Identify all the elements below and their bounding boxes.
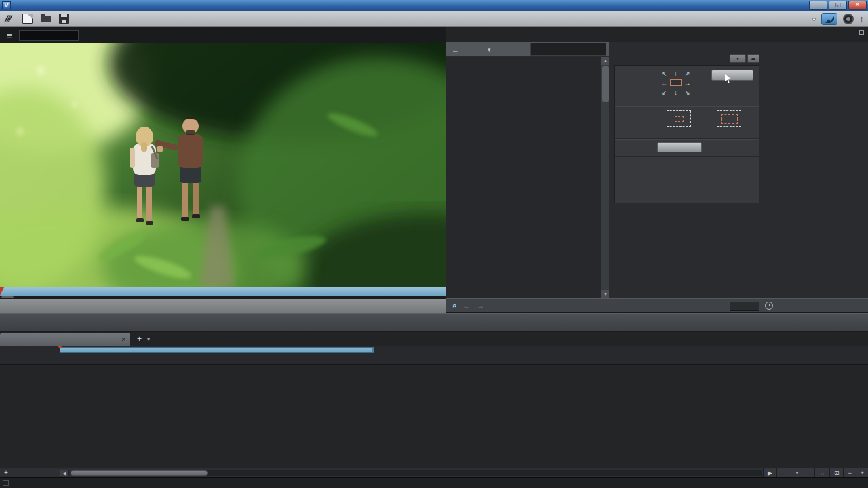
project-tab-chevron-icon[interactable]: ▾ [147, 336, 150, 342]
effects-tile-grid [446, 57, 601, 298]
arrow-down-icon[interactable]: ↓ [674, 89, 677, 96]
time-range-section [615, 157, 759, 203]
dock-icon[interactable] [859, 30, 864, 35]
hscroll-handle[interactable] [71, 470, 208, 476]
statusbar [0, 477, 868, 488]
edit-button[interactable] [711, 70, 753, 81]
transport-bar [0, 299, 446, 313]
direction-center-frame[interactable] [670, 79, 682, 86]
share-icon[interactable] [821, 13, 837, 25]
menubar: /// ↑ [0, 11, 868, 27]
status-dot-icon [812, 18, 816, 21]
project-tab[interactable]: ✕ [0, 333, 130, 346]
effects-scrollbar[interactable]: ▲ ▼ [601, 57, 609, 298]
preview-header: ≡ [0, 27, 445, 43]
back-icon[interactable]: ← [452, 45, 459, 54]
open-project-icon[interactable] [41, 16, 51, 22]
duration-field[interactable] [730, 302, 760, 311]
scrubber-start-marker-icon [0, 287, 4, 296]
panel-body: ↖ ↑ ↗ ← → ↙ ↓ ↘ [614, 65, 760, 203]
timeline-hscroll-bar: + ◀ ▶ ▾ ↔ ⊡ − + [0, 468, 868, 477]
effect-parameters-panel: ▾ ◂▸ ↖ ↑ ↗ ← → ↙ ↓ ↘ [609, 42, 868, 298]
zoom-in-icon[interactable]: + [856, 468, 868, 478]
time-range-label [615, 157, 654, 203]
history-back-icon[interactable]: ← [462, 302, 470, 310]
scrollbar-handle[interactable] [602, 66, 609, 102]
project-tab-close-icon[interactable]: ✕ [121, 336, 126, 343]
clock-icon [765, 302, 773, 310]
media-pool-tabs [446, 27, 868, 42]
zoom-level-select[interactable]: ▾ [776, 468, 814, 478]
maximize-button[interactable]: ◱ [829, 1, 847, 10]
zoom-out-icon[interactable]: − [843, 468, 855, 478]
crop-label [615, 139, 654, 156]
zoom-label [615, 106, 654, 138]
effects-search-input[interactable] [530, 43, 606, 56]
new-project-icon[interactable] [22, 14, 33, 24]
close-button[interactable]: ✕ [848, 1, 867, 10]
collapse-up-icon[interactable]: « [451, 304, 459, 308]
zoom-from-icon[interactable] [667, 110, 691, 127]
film-size-button[interactable] [657, 142, 702, 152]
zoom-section [615, 106, 759, 139]
scroll-left-icon[interactable]: ◀ [60, 470, 69, 476]
zoom-fit-icon[interactable]: ↔ [814, 468, 829, 478]
arrow-left-icon[interactable]: ← [661, 79, 668, 87]
preview-scrubber[interactable] [0, 287, 446, 296]
arrow-up-right-icon[interactable]: ↗ [684, 70, 690, 77]
video-canvas[interactable] [0, 43, 446, 287]
crop-section [615, 139, 759, 157]
zoom-chevron-icon: ▾ [796, 470, 799, 476]
minimize-button[interactable]: ─ [809, 1, 827, 10]
zoom-object-icon[interactable]: ⊡ [829, 468, 844, 478]
history-forward-icon[interactable]: → [477, 302, 484, 310]
arrow-up-left-icon[interactable]: ↖ [661, 70, 667, 77]
time-range-options [654, 157, 759, 165]
media-info-bar: « ← → [446, 298, 868, 313]
filter-chevron-down-icon[interactable]: ▾ [488, 46, 491, 53]
video-preview-pane: ≡ [0, 27, 446, 313]
record-screen-icon[interactable] [843, 14, 854, 24]
grid-icon [3, 480, 9, 486]
add-project-tab-icon[interactable]: + [137, 334, 142, 344]
timeline-ruler[interactable] [0, 346, 868, 365]
hscroll-track[interactable] [71, 470, 762, 476]
playhead-marker[interactable] [60, 346, 60, 365]
arrow-right-icon[interactable]: → [684, 79, 691, 87]
magix-slashes-icon: /// [4, 14, 13, 24]
move-direction-label [615, 66, 654, 106]
zoom-to-icon[interactable] [717, 110, 741, 127]
direction-pad: ↖ ↑ ↗ ← → ↙ ↓ ↘ [658, 68, 694, 97]
save-project-icon[interactable] [59, 14, 69, 24]
arrow-up-icon[interactable]: ↑ [674, 70, 677, 77]
timeline-tracks [0, 365, 868, 468]
video-frame-image [0, 43, 446, 287]
preview-menu-icon[interactable]: ≡ [7, 30, 12, 41]
add-track-icon[interactable]: + [4, 469, 8, 476]
project-tab-row: ✕ + ▾ [0, 332, 868, 346]
scroll-right-icon[interactable]: ▶ [763, 468, 776, 478]
export-arrow-icon[interactable]: ↑ [859, 14, 864, 24]
titlebar: V ─ ◱ ✕ [0, 0, 868, 11]
panel-dropdown-icon[interactable]: ▾ [730, 54, 746, 63]
app-logo-icon: V [2, 1, 11, 9]
current-timecode[interactable] [19, 30, 79, 41]
magix-video-deluxe-window: V ─ ◱ ✕ /// ↑ ≡ [0, 0, 868, 488]
magix-brand: /// [5, 14, 13, 24]
panel-collapse-icon[interactable]: ◂▸ [747, 54, 760, 63]
arrow-down-right-icon[interactable]: ↘ [684, 89, 690, 96]
timeline-toolbar [0, 313, 868, 332]
playback-range-bar[interactable] [60, 347, 374, 353]
arrow-down-left-icon[interactable]: ↙ [661, 89, 667, 96]
move-direction-section: ↖ ↑ ↗ ← → ↙ ↓ ↘ [615, 66, 759, 106]
